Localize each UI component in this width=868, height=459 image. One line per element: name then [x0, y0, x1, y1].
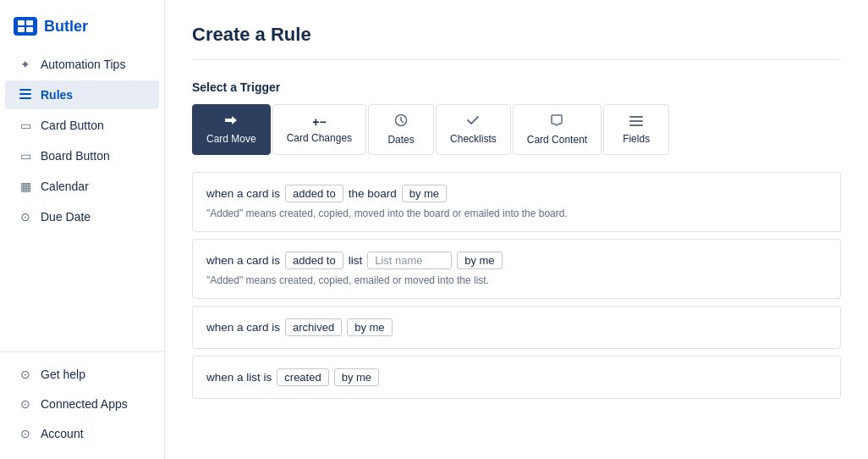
trigger-btn-label: Card Move — [206, 133, 256, 145]
trigger-btn-label: Card Changes — [287, 132, 352, 144]
card-changes-icon: +− — [312, 115, 326, 129]
board-button-icon: ▭ — [19, 149, 32, 163]
trigger-btn-checklists[interactable]: Checklists — [436, 104, 511, 155]
rule-line-2: when a card is added to list List name b… — [206, 252, 827, 269]
svg-rect-0 — [18, 20, 25, 25]
card-button-icon: ▭ — [19, 119, 32, 132]
rule-tag-added-to-2[interactable]: added to — [285, 252, 343, 269]
trigger-btn-card-content[interactable]: Card Content — [513, 104, 602, 155]
svg-rect-1 — [26, 20, 33, 25]
svg-rect-4 — [19, 89, 31, 91]
rule-description-1: "Added" means created, copied, moved int… — [206, 207, 827, 219]
rule-row-4[interactable]: when a list is created by me — [192, 356, 841, 399]
trigger-btn-fields[interactable]: Fields — [603, 104, 669, 155]
rule-tag-created[interactable]: created — [277, 368, 328, 386]
rule-text-1: when a card is — [206, 187, 280, 200]
card-move-icon — [223, 114, 239, 130]
rules-icon — [19, 88, 32, 102]
sidebar-item-automation-tips[interactable]: ✦ Automation Tips — [5, 50, 159, 79]
trigger-btn-label: Dates — [387, 134, 414, 146]
trigger-btn-label: Checklists — [450, 133, 497, 145]
sidebar-item-get-help[interactable]: ⊙ Get help — [5, 360, 159, 389]
svg-rect-3 — [26, 27, 33, 32]
connected-apps-icon: ⊙ — [19, 397, 32, 411]
rule-text-5: when a card is — [206, 321, 280, 334]
sidebar-item-board-button[interactable]: ▭ Board Button — [5, 141, 159, 170]
automation-tips-icon: ✦ — [19, 58, 32, 71]
rule-tag-by-me-3[interactable]: by me — [347, 318, 392, 336]
sidebar-item-due-date[interactable]: ⊙ Due Date — [5, 202, 159, 231]
due-date-icon: ⊙ — [19, 210, 32, 224]
sidebar-nav: ✦ Automation Tips Rules ▭ Card Button ▭ … — [0, 49, 164, 449]
fields-icon — [629, 114, 643, 130]
checklists-icon — [466, 114, 480, 130]
rule-tag-by-me-1[interactable]: by me — [402, 185, 447, 202]
svg-rect-5 — [19, 93, 31, 95]
select-trigger-label: Select a Trigger — [192, 80, 841, 94]
rule-text-3: when a card is — [206, 254, 280, 267]
rule-tag-added-to-1[interactable]: added to — [285, 185, 343, 202]
rule-tag-by-me-4[interactable]: by me — [334, 368, 379, 386]
sidebar-item-label: Due Date — [41, 210, 91, 224]
sidebar-item-label: Card Button — [41, 119, 104, 132]
sidebar-item-label: Calendar — [41, 180, 89, 193]
trigger-btn-label: Fields — [623, 133, 650, 145]
get-help-icon: ⊙ — [19, 368, 32, 381]
sidebar-logo: Butler — [0, 10, 164, 49]
rule-row-1[interactable]: when a card is added to the board by me … — [192, 172, 841, 232]
dates-icon — [394, 113, 408, 130]
sidebar-item-account[interactable]: ⊙ Account — [5, 419, 159, 448]
svg-rect-8 — [629, 116, 643, 118]
main-content: Create a Rule Select a Trigger Card Move… — [165, 0, 868, 459]
sidebar-item-label: Account — [41, 427, 84, 440]
calendar-icon: ▦ — [19, 180, 32, 193]
sidebar: Butler ✦ Automation Tips Rules ▭ Card Bu… — [0, 0, 165, 459]
sidebar-item-label: Rules — [41, 88, 73, 102]
svg-rect-2 — [18, 27, 25, 32]
rule-tag-archived[interactable]: archived — [285, 318, 342, 336]
rule-line-1: when a card is added to the board by me — [206, 185, 827, 202]
rule-input-list-name[interactable]: List name — [367, 252, 452, 269]
sidebar-item-label: Get help — [41, 368, 85, 381]
rule-text-6: when a list is — [206, 371, 272, 384]
sidebar-item-label: Automation Tips — [41, 58, 125, 71]
rule-row-2[interactable]: when a card is added to list List name b… — [192, 239, 841, 299]
card-content-icon — [550, 113, 563, 130]
sidebar-item-connected-apps[interactable]: ⊙ Connected Apps — [5, 390, 159, 418]
rule-text-2: the board — [349, 187, 397, 200]
trigger-btn-dates[interactable]: Dates — [368, 104, 434, 155]
sidebar-item-label: Board Button — [41, 149, 110, 163]
sidebar-item-rules[interactable]: Rules — [5, 80, 159, 109]
trigger-btn-label: Card Content — [527, 134, 587, 146]
sidebar-title: Butler — [44, 18, 88, 36]
rule-tag-by-me-2[interactable]: by me — [457, 252, 502, 269]
butler-logo-icon — [14, 17, 37, 36]
account-icon: ⊙ — [19, 427, 32, 440]
title-divider — [192, 59, 841, 60]
rule-line-3: when a card is archived by me — [206, 318, 827, 336]
sidebar-bottom: ⊙ Get help ⊙ Connected Apps ⊙ Account — [0, 351, 164, 449]
sidebar-item-calendar[interactable]: ▦ Calendar — [5, 172, 159, 201]
svg-rect-9 — [629, 120, 643, 122]
sidebar-item-label: Connected Apps — [41, 397, 128, 411]
svg-rect-10 — [629, 124, 643, 126]
trigger-buttons: Card Move +− Card Changes Dates Ch — [192, 104, 841, 155]
rule-text-4: list — [349, 254, 363, 267]
rule-line-4: when a list is created by me — [206, 368, 827, 386]
sidebar-item-card-button[interactable]: ▭ Card Button — [5, 111, 159, 140]
page-title: Create a Rule — [192, 24, 841, 46]
trigger-btn-card-changes[interactable]: +− Card Changes — [272, 104, 366, 155]
svg-rect-6 — [19, 97, 31, 99]
rule-description-2: "Added" means created, copied, emailed o… — [206, 274, 827, 286]
rule-row-3[interactable]: when a card is archived by me — [192, 306, 841, 349]
trigger-btn-card-move[interactable]: Card Move — [192, 104, 271, 155]
